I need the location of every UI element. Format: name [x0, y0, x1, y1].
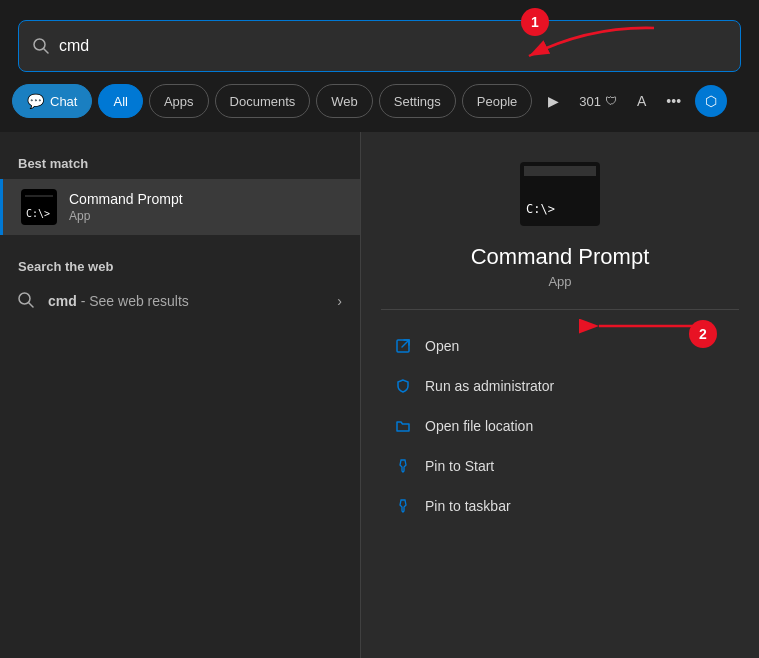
- pin-taskbar-icon: [393, 496, 413, 516]
- tab-people[interactable]: People: [462, 84, 532, 118]
- open-label: Open: [425, 338, 459, 354]
- arrow-1-icon: [499, 16, 659, 66]
- count-badge[interactable]: 301 🛡: [573, 90, 623, 113]
- web-search-section: Search the web cmd - See web results ›: [0, 251, 360, 320]
- shield-icon: [393, 376, 413, 396]
- pin-start-label: Pin to Start: [425, 458, 494, 474]
- search-web-label: Search the web: [0, 251, 360, 282]
- tab-settings-label: Settings: [394, 94, 441, 109]
- open-icon: [393, 336, 413, 356]
- folder-icon: [393, 416, 413, 436]
- pin-start-action[interactable]: Pin to Start: [381, 446, 739, 486]
- cortana-button[interactable]: ⬡: [695, 85, 727, 117]
- app-type: App: [548, 274, 571, 289]
- web-search-text: cmd - See web results: [48, 293, 325, 309]
- play-button[interactable]: ▶: [542, 89, 565, 113]
- annotation-2: 2: [689, 320, 717, 348]
- tab-chat[interactable]: 💬 Chat: [12, 84, 92, 118]
- web-search-item[interactable]: cmd - See web results ›: [0, 282, 360, 320]
- letter-avatar[interactable]: A: [631, 89, 652, 113]
- pin-taskbar-label: Pin to taskbar: [425, 498, 511, 514]
- tab-extras: ▶ 301 🛡 A ••• ⬡: [542, 85, 727, 117]
- left-panel: Best match C:\> Command Prompt App Searc…: [0, 132, 360, 658]
- filter-tabs: 💬 Chat All Apps Documents Web Settings P…: [12, 84, 727, 118]
- web-search-icon: [18, 292, 36, 310]
- result-text: Command Prompt App: [69, 191, 183, 223]
- svg-line-6: [402, 340, 409, 347]
- tab-web[interactable]: Web: [316, 84, 373, 118]
- run-admin-action[interactable]: Run as administrator: [381, 366, 739, 406]
- tab-all-label: All: [113, 94, 127, 109]
- tab-people-label: People: [477, 94, 517, 109]
- run-admin-label: Run as administrator: [425, 378, 554, 394]
- tab-apps[interactable]: Apps: [149, 84, 209, 118]
- svg-line-4: [29, 303, 34, 308]
- open-location-action[interactable]: Open file location: [381, 406, 739, 446]
- tab-documents[interactable]: Documents: [215, 84, 311, 118]
- command-prompt-icon: C:\>: [21, 189, 57, 225]
- best-match-label: Best match: [0, 148, 360, 179]
- tab-documents-label: Documents: [230, 94, 296, 109]
- command-prompt-result[interactable]: C:\> Command Prompt App: [0, 179, 360, 235]
- app-name: Command Prompt: [471, 244, 650, 270]
- right-panel: Command Prompt App Open Run as administr…: [360, 132, 759, 658]
- pin-taskbar-action[interactable]: Pin to taskbar: [381, 486, 739, 526]
- tab-web-label: Web: [331, 94, 358, 109]
- tab-settings[interactable]: Settings: [379, 84, 456, 118]
- tab-apps-label: Apps: [164, 94, 194, 109]
- open-location-label: Open file location: [425, 418, 533, 434]
- app-preview-icon: [520, 162, 600, 226]
- pin-start-icon: [393, 456, 413, 476]
- more-button[interactable]: •••: [660, 89, 687, 113]
- chat-icon: 💬: [27, 93, 44, 109]
- search-icon: [33, 38, 49, 54]
- svg-line-1: [44, 49, 49, 54]
- chevron-right-icon: ›: [337, 293, 342, 309]
- tab-all[interactable]: All: [98, 84, 142, 118]
